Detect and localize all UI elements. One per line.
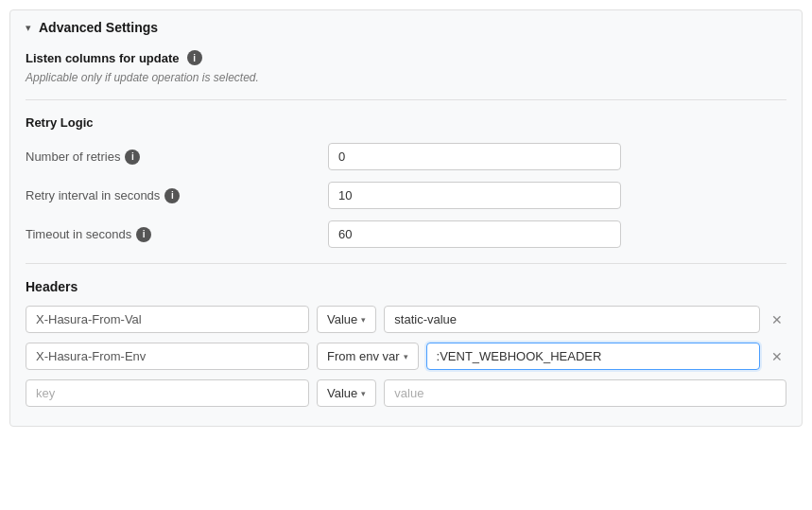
headers-title: Headers <box>26 279 786 294</box>
retries-row: Number of retries i <box>26 143 786 170</box>
retry-interval-input[interactable] <box>328 182 621 209</box>
retry-interval-label: Retry interval in seconds i <box>26 188 328 203</box>
header-value-input-2[interactable] <box>426 343 760 370</box>
header-key-input-3[interactable] <box>26 379 309 407</box>
dropdown-arrow-3: ▾ <box>361 389 366 398</box>
timeout-row: Timeout in seconds i <box>26 220 786 248</box>
chevron-icon: ▾ <box>26 22 31 34</box>
timeout-input[interactable] <box>328 220 621 248</box>
value-type-btn-3[interactable]: Value ▾ <box>317 379 376 407</box>
header-row-1: Value ▾ ✕ <box>26 306 786 333</box>
delete-header-btn-1[interactable]: ✕ <box>768 308 786 331</box>
dropdown-arrow-2: ▾ <box>404 352 408 361</box>
retries-info-icon[interactable]: i <box>125 149 140 165</box>
listen-columns-info-icon[interactable]: i <box>187 50 202 65</box>
value-type-btn-1[interactable]: Value ▾ <box>317 306 376 333</box>
retry-interval-info-icon[interactable]: i <box>164 188 180 203</box>
header-value-input-3[interactable] <box>384 379 786 407</box>
divider-1 <box>26 99 786 100</box>
listen-columns-section: Listen columns for update i Applicable o… <box>26 50 786 84</box>
timeout-label: Timeout in seconds i <box>26 227 328 242</box>
header-value-input-1[interactable] <box>384 306 760 333</box>
header-row-3: Value ▾ <box>26 379 786 407</box>
retries-label: Number of retries i <box>26 149 328 165</box>
retry-logic-section: Retry Logic Number of retries i Retry in… <box>26 115 786 248</box>
retry-logic-title: Retry Logic <box>26 115 786 130</box>
value-type-btn-2[interactable]: From env var ▾ <box>317 343 419 370</box>
headers-section: Headers Value ▾ ✕ From env var ▾ ✕ <box>26 279 786 407</box>
timeout-info-icon[interactable]: i <box>136 227 151 242</box>
delete-header-btn-2[interactable]: ✕ <box>768 345 786 368</box>
retries-input[interactable] <box>328 143 621 170</box>
header-key-input-2[interactable] <box>26 343 309 370</box>
dropdown-arrow-1: ▾ <box>361 315 366 325</box>
retry-interval-row: Retry interval in seconds i <box>26 182 786 209</box>
listen-columns-note: Applicable only if update operation is s… <box>26 71 786 84</box>
listen-columns-label: Listen columns for update <box>26 51 180 65</box>
header-row-2: From env var ▾ ✕ <box>26 343 786 370</box>
divider-2 <box>26 263 786 264</box>
advanced-settings-header[interactable]: ▾ Advanced Settings <box>26 20 786 35</box>
header-key-input-1[interactable] <box>26 306 309 333</box>
section-title: Advanced Settings <box>39 20 158 35</box>
